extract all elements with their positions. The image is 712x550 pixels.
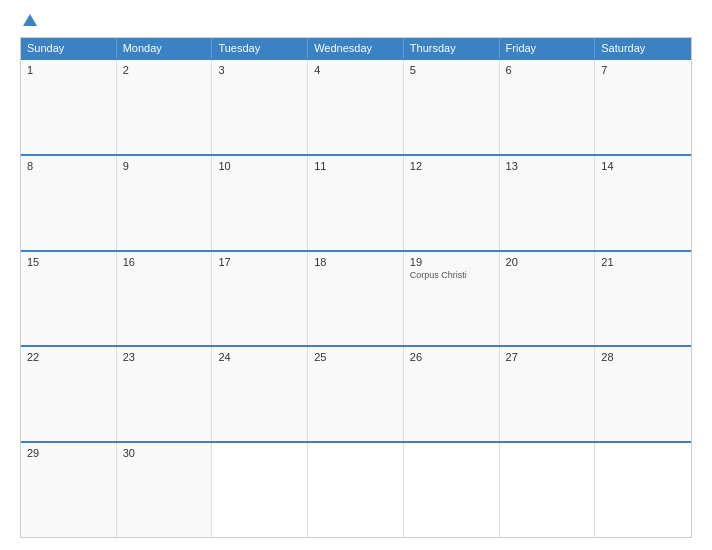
holiday-label: Corpus Christi [410,270,493,280]
day-number: 6 [506,64,589,76]
cal-cell: 10 [212,156,308,250]
day-number: 27 [506,351,589,363]
day-number: 7 [601,64,685,76]
day-number: 30 [123,447,206,459]
cal-cell: 1 [21,60,117,154]
day-number: 17 [218,256,301,268]
cal-week-4: 22232425262728 [21,345,691,441]
day-number: 3 [218,64,301,76]
cal-cell: 19Corpus Christi [404,252,500,346]
cal-cell: 25 [308,347,404,441]
day-number: 28 [601,351,685,363]
cal-cell [595,443,691,537]
cal-cell: 21 [595,252,691,346]
cal-cell: 23 [117,347,213,441]
cal-cell: 17 [212,252,308,346]
day-number: 12 [410,160,493,172]
cal-cell: 13 [500,156,596,250]
cal-header-thursday: Thursday [404,38,500,58]
cal-cell: 2 [117,60,213,154]
cal-cell: 4 [308,60,404,154]
cal-cell [500,443,596,537]
cal-cell: 14 [595,156,691,250]
day-number: 1 [27,64,110,76]
cal-cell: 16 [117,252,213,346]
cal-cell: 3 [212,60,308,154]
day-number: 8 [27,160,110,172]
day-number: 5 [410,64,493,76]
cal-header-sunday: Sunday [21,38,117,58]
cal-header-friday: Friday [500,38,596,58]
cal-cell: 7 [595,60,691,154]
cal-week-5: 2930 [21,441,691,537]
cal-cell [212,443,308,537]
cal-cell: 5 [404,60,500,154]
day-number: 24 [218,351,301,363]
cal-week-2: 891011121314 [21,154,691,250]
day-number: 2 [123,64,206,76]
cal-header-wednesday: Wednesday [308,38,404,58]
day-number: 18 [314,256,397,268]
day-number: 29 [27,447,110,459]
cal-cell: 12 [404,156,500,250]
day-number: 23 [123,351,206,363]
cal-cell: 11 [308,156,404,250]
header [20,16,692,27]
day-number: 19 [410,256,493,268]
day-number: 11 [314,160,397,172]
day-number: 16 [123,256,206,268]
cal-cell: 26 [404,347,500,441]
cal-week-1: 1234567 [21,58,691,154]
cal-cell: 20 [500,252,596,346]
page: SundayMondayTuesdayWednesdayThursdayFrid… [0,0,712,550]
cal-cell: 22 [21,347,117,441]
cal-cell [308,443,404,537]
day-number: 20 [506,256,589,268]
day-number: 13 [506,160,589,172]
day-number: 15 [27,256,110,268]
cal-cell: 8 [21,156,117,250]
logo-general [20,16,37,26]
cal-cell: 9 [117,156,213,250]
cal-cell [404,443,500,537]
calendar: SundayMondayTuesdayWednesdayThursdayFrid… [20,37,692,538]
day-number: 14 [601,160,685,172]
cal-cell: 29 [21,443,117,537]
day-number: 9 [123,160,206,172]
cal-cell: 24 [212,347,308,441]
day-number: 4 [314,64,397,76]
logo [20,16,37,27]
cal-header-saturday: Saturday [595,38,691,58]
day-number: 26 [410,351,493,363]
cal-cell: 15 [21,252,117,346]
cal-header-monday: Monday [117,38,213,58]
cal-cell: 28 [595,347,691,441]
cal-header-tuesday: Tuesday [212,38,308,58]
cal-cell: 6 [500,60,596,154]
day-number: 10 [218,160,301,172]
cal-cell: 30 [117,443,213,537]
cal-week-3: 1516171819Corpus Christi2021 [21,250,691,346]
calendar-body: 12345678910111213141516171819Corpus Chri… [21,58,691,537]
day-number: 25 [314,351,397,363]
day-number: 22 [27,351,110,363]
calendar-header-row: SundayMondayTuesdayWednesdayThursdayFrid… [21,38,691,58]
logo-triangle-icon [23,14,37,26]
cal-cell: 18 [308,252,404,346]
cal-cell: 27 [500,347,596,441]
day-number: 21 [601,256,685,268]
